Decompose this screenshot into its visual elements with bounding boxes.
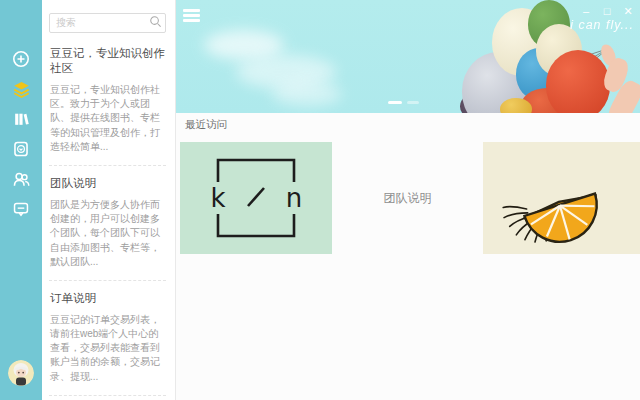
sidebar-item-team[interactable]: [8, 166, 34, 192]
doc-title: 团队说明: [50, 176, 165, 191]
banner-caption: i can fly...: [570, 18, 634, 32]
user-avatar[interactable]: [8, 360, 34, 386]
chat-icon: [12, 200, 30, 218]
maximize-button[interactable]: □: [601, 4, 613, 18]
layers-icon: [12, 80, 31, 99]
plus-circle-icon: [12, 50, 30, 68]
users-icon: [12, 170, 31, 189]
carousel-dot-active[interactable]: [388, 101, 402, 104]
sidebar-item-feedback[interactable]: [8, 196, 34, 222]
svg-text:n: n: [286, 183, 302, 213]
doc-summary: 团队是为方便多人协作而创建的，用户可以创建多个团队，每个团队下可以自由添加图书、…: [50, 198, 165, 269]
doc-list-panel: 豆豆记，专业知识创作社区 豆豆记，专业知识创作社区。致力于为个人或团队、提供在线…: [42, 0, 176, 400]
doc-summary: 豆豆记，专业知识创作社区。致力于为个人或团队、提供在线图书、专栏等的知识管理及创…: [50, 83, 165, 154]
app-sidebar: [0, 0, 42, 400]
search-box: [49, 12, 166, 32]
doc-title: 豆豆记，专业知识创作社区: [50, 46, 165, 76]
svg-text:k: k: [210, 183, 225, 213]
balloon-red: [546, 50, 610, 113]
orange-slice-logo: [497, 148, 627, 248]
sidebar-item-books[interactable]: [8, 106, 34, 132]
doc-list-item[interactable]: 订单说明 豆豆记的订单交易列表，请前往web端个人中心的查看，交易列表能查看到账…: [49, 281, 166, 396]
balloon-yellow: [500, 98, 532, 113]
recent-tiles: k n 团队说明: [180, 142, 640, 254]
minimize-button[interactable]: –: [580, 4, 592, 18]
banner-carousel: – □ ✕ i can fly...: [176, 0, 640, 113]
recent-tile-orange-book[interactable]: [483, 142, 640, 254]
section-title-recent: 最近访问: [185, 118, 227, 132]
sidebar-item-layers[interactable]: [8, 76, 34, 102]
main-content: – □ ✕ i can fly... 最近访问 k n 团队说明: [176, 0, 640, 400]
sidebar-item-add[interactable]: [8, 46, 34, 72]
recent-tile-team-doc[interactable]: 团队说明: [332, 142, 483, 254]
carousel-dot[interactable]: [407, 101, 419, 104]
avatar-image: [8, 360, 34, 386]
doc-list-item[interactable]: 豆豆记，专业知识创作社区 豆豆记，专业知识创作社区。致力于为个人或团队、提供在线…: [49, 36, 166, 166]
doc-list-item[interactable]: 团队说明 团队是为方便多人协作而创建的，用户可以创建多个团队，每个团队下可以自由…: [49, 166, 166, 281]
sidebar-item-notebook[interactable]: [8, 136, 34, 162]
carousel-indicators: [388, 101, 419, 104]
recent-tile-kn-book[interactable]: k n: [180, 142, 332, 254]
k-slash-n-logo: k n: [196, 152, 316, 244]
doc-summary: 豆豆记的订单交易列表，请前往web端个人中心的查看，交易列表能查看到账户当前的余…: [50, 313, 165, 384]
notebook-icon: [12, 140, 30, 158]
close-button[interactable]: ✕: [622, 4, 634, 18]
tile-title: 团队说明: [384, 190, 432, 207]
books-icon: [12, 110, 30, 128]
doc-title: 订单说明: [50, 291, 165, 306]
menu-icon[interactable]: [183, 9, 201, 24]
window-controls: – □ ✕: [580, 4, 634, 18]
search-icon: [149, 15, 162, 28]
